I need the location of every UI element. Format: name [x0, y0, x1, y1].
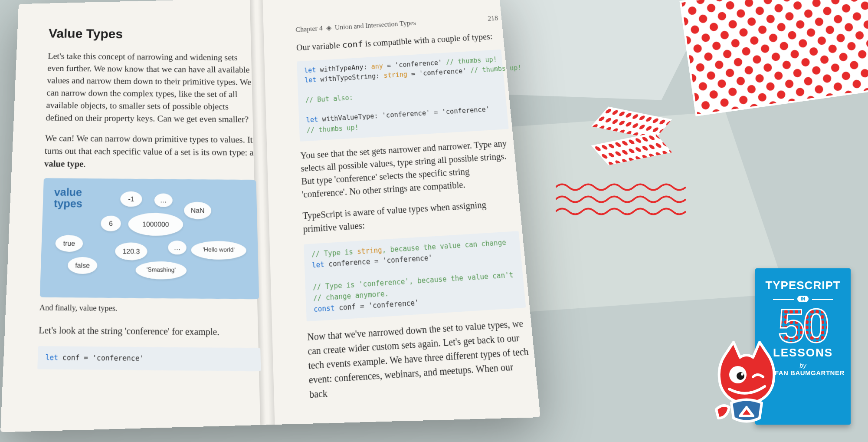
paragraph: Our variable conf is compatible with a c…	[296, 30, 501, 54]
running-head: Chapter 4 ◈ Union and Intersection Types…	[295, 13, 498, 34]
bubble: 'Smashing'	[136, 261, 187, 279]
text: .	[83, 158, 86, 168]
cover-title1: TYPESCRIPT	[765, 279, 840, 292]
bubble: NaN	[184, 201, 211, 219]
left-page: Value Types Let's take this concept of n…	[16, 12, 282, 414]
diagram-title: value	[54, 185, 82, 198]
promo-scene: Value Types Let's take this concept of n…	[0, 0, 868, 442]
paragraph: Let's take this concept of narrowing and…	[46, 50, 255, 125]
cat-mascot-icon	[712, 338, 781, 425]
bubble: true	[55, 235, 83, 252]
value-types-diagram: valuetypes -1 … NaN 6 1000000 true 120.3…	[40, 178, 259, 299]
bubble: …	[168, 241, 187, 254]
paragraph: TypeScript is aware of value types when …	[302, 196, 518, 236]
strong-text: value type	[44, 158, 84, 168]
book-cover-group: TYPESCRIPT IN 50 LESSONS by STEFAN BAUMG…	[729, 268, 851, 429]
bubble: 120.3	[115, 242, 147, 260]
diagram-title: types	[54, 197, 82, 209]
cover-fifty: 50	[778, 304, 828, 347]
bubble: …	[154, 193, 173, 207]
bubble: 1000000	[128, 212, 183, 236]
code-block: // Type is string, because the value can…	[304, 231, 526, 322]
section-heading: Value Types	[48, 24, 252, 44]
paragraph: You see that the set gets narrower and n…	[300, 137, 514, 201]
chapter-num: Chapter 4	[295, 25, 323, 33]
chapter-title: Union and Intersection Types	[334, 19, 416, 31]
bubble: 6	[101, 215, 121, 231]
bubble: false	[68, 257, 98, 274]
polka-corner	[680, 0, 868, 116]
cover-by: by	[800, 362, 806, 369]
inline-code: conf	[342, 39, 363, 50]
code-block: let withTypeAny: any = 'conference' // t…	[297, 49, 509, 142]
right-page: Chapter 4 ◈ Union and Intersection Types…	[277, 0, 554, 414]
paragraph: Now that we've narrowed down the set to …	[307, 317, 534, 402]
open-book: Value Types Let's take this concept of n…	[0, 0, 508, 430]
paragraph: We can! We can narrow down primitive typ…	[44, 132, 256, 172]
arrow-glyph	[595, 113, 677, 169]
svg-point-2	[741, 373, 744, 376]
text: We can! We can narrow down primitive typ…	[45, 133, 254, 157]
code-block: let conf = 'conference'	[37, 346, 261, 371]
bubble: -1	[120, 191, 142, 207]
cover-title2: LESSONS	[773, 346, 833, 360]
svg-point-1	[737, 372, 744, 380]
paragraph: Let's look at the string 'conference' fo…	[39, 323, 260, 339]
bubble: 'Hello world'	[191, 241, 246, 260]
text: is compatible with a couple of types:	[363, 32, 493, 48]
text: Our variable	[296, 40, 343, 52]
cover-pill: IN	[797, 296, 809, 302]
figure-caption: And finally, value types.	[39, 302, 259, 316]
wavy-lines	[556, 182, 686, 217]
page-number: 218	[487, 13, 498, 23]
